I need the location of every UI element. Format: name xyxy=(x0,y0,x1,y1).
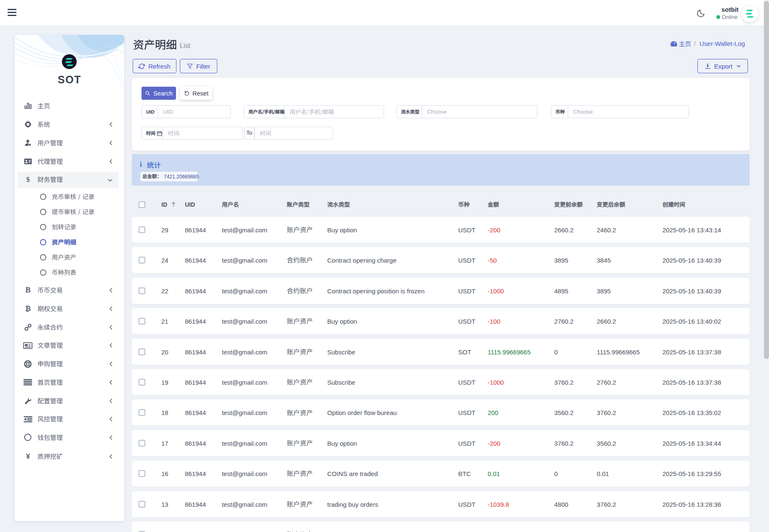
svg-text:B: B xyxy=(25,287,30,294)
svg-text:$: $ xyxy=(26,176,30,183)
svg-text:¥: ¥ xyxy=(26,453,30,460)
svg-text:₿: ₿ xyxy=(25,305,31,312)
